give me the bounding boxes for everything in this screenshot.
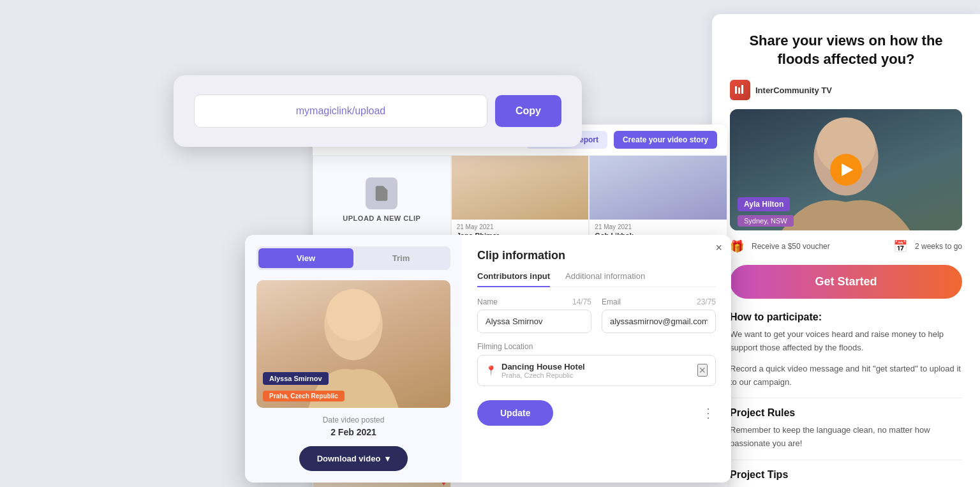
contributors-tab[interactable]: Contributors input <box>477 271 550 287</box>
copy-button[interactable]: Copy <box>495 95 561 127</box>
video-location-badge: Sydney, NSW <box>738 215 794 227</box>
email-label: Email <box>602 297 621 306</box>
name-email-row: Name 14/75 Email 23/75 <box>477 297 716 333</box>
clip-date: 21 May 2021 <box>457 223 584 230</box>
divider <box>730 398 962 398</box>
how-to-text2: Record a quick video message and hit "ge… <box>730 363 962 389</box>
clip-modal-left-panel: View Trim Alyssa Smirnov Praha, Czech Re… <box>245 235 462 483</box>
divider2 <box>730 460 962 460</box>
name-label: Name <box>477 297 498 306</box>
campaign-brand: InterCommunity TV <box>730 80 962 100</box>
modal-actions: Update ⋮ <box>477 400 716 426</box>
additional-info-tab[interactable]: Additional information <box>565 271 645 287</box>
location-input: 📍 Dancing House Hotel Praha, Czech Repub… <box>477 355 716 386</box>
email-count: 23/75 <box>697 297 716 306</box>
filming-label: Filming Location <box>477 342 716 351</box>
location-text: Dancing House Hotel Praha, Czech Republi… <box>501 362 692 379</box>
campaign-perks: 🎁 Receive a $50 voucher 📅 2 weeks to go <box>730 239 962 253</box>
email-label-row: Email 23/75 <box>602 297 716 306</box>
copy-link-card: Copy <box>174 75 582 147</box>
brand-icon <box>730 80 750 100</box>
download-video-button[interactable]: Download video <box>299 446 408 471</box>
update-button[interactable]: Update <box>477 400 553 426</box>
view-tab[interactable]: View <box>258 248 353 268</box>
preview-location-badge: Praha, Czech Republic <box>263 391 345 401</box>
view-trim-tabs: View Trim <box>256 246 450 270</box>
play-icon <box>842 163 853 176</box>
magic-link-input[interactable] <box>194 94 487 128</box>
close-button[interactable]: × <box>715 241 722 255</box>
date-value: 2 Feb 2021 <box>330 427 376 437</box>
location-pin-icon: 📍 <box>486 365 496 375</box>
how-to-title: How to participate: <box>730 311 962 323</box>
campaign-panel: Share your views on how the floods affec… <box>712 14 980 487</box>
clip-info-tabs: Contributors input Additional informatio… <box>477 271 716 287</box>
name-label-row: Name 14/75 <box>477 297 591 306</box>
preview-name-badge: Alyssa Smirnov <box>263 372 329 385</box>
name-group: Name 14/75 <box>477 297 591 333</box>
location-name: Dancing House Hotel <box>501 362 692 371</box>
email-input[interactable] <box>602 310 716 333</box>
svg-rect-6 <box>741 85 743 94</box>
svg-rect-5 <box>738 87 740 94</box>
preview-image <box>256 280 450 408</box>
voucher-text: Receive a $50 voucher <box>752 242 830 251</box>
get-started-button[interactable]: Get Started <box>730 265 962 299</box>
svg-point-3 <box>326 289 380 341</box>
rules-text: Remember to keep the language clean, no … <box>730 424 962 451</box>
video-name-badge: Ayla Hilton <box>738 197 790 211</box>
upload-clip-cell[interactable]: UPLOAD A NEW CLIP <box>313 155 451 244</box>
brand-name: InterCommunity TV <box>755 86 832 95</box>
date-label: Date video posted <box>323 416 385 424</box>
email-group: Email 23/75 <box>602 297 716 333</box>
clip-modal: × View Trim Alyssa Smirnov Praha, Czech … <box>245 235 731 483</box>
rules-title: Project Rules <box>730 407 962 419</box>
upload-label: UPLOAD A NEW CLIP <box>343 214 420 222</box>
clip-thumbnail <box>452 156 589 220</box>
tips-title: Project Tips <box>730 469 962 481</box>
location-sub: Praha, Czech Republic <box>501 371 692 379</box>
svg-rect-4 <box>735 86 737 94</box>
gift-icon: 🎁 <box>730 239 744 253</box>
location-clear-button[interactable]: ✕ <box>697 364 708 377</box>
trim-tab[interactable]: Trim <box>353 248 449 268</box>
clip-preview: Alyssa Smirnov Praha, Czech Republic <box>256 280 450 408</box>
clip-info-title: Clip information <box>477 249 716 262</box>
more-options-button[interactable]: ⋮ <box>702 405 716 421</box>
time-remaining: 2 weeks to go <box>915 242 962 251</box>
upload-icon <box>366 177 397 209</box>
clip-date: 21 May 2021 <box>595 223 722 230</box>
clip-thumbnail <box>590 156 727 220</box>
calendar-icon: 📅 <box>893 239 907 253</box>
how-to-text1: We want to get your voices heard and rai… <box>730 328 962 355</box>
name-count: 14/75 <box>572 297 591 306</box>
campaign-title: Share your views on how the floods affec… <box>730 32 962 68</box>
campaign-video[interactable]: Ayla Hilton Sydney, NSW <box>730 109 962 230</box>
create-video-button[interactable]: Create your video story <box>614 131 717 149</box>
name-input[interactable] <box>477 310 591 333</box>
clip-modal-right-panel: Clip information Contributors input Addi… <box>462 235 731 483</box>
video-play-button[interactable] <box>830 154 862 186</box>
